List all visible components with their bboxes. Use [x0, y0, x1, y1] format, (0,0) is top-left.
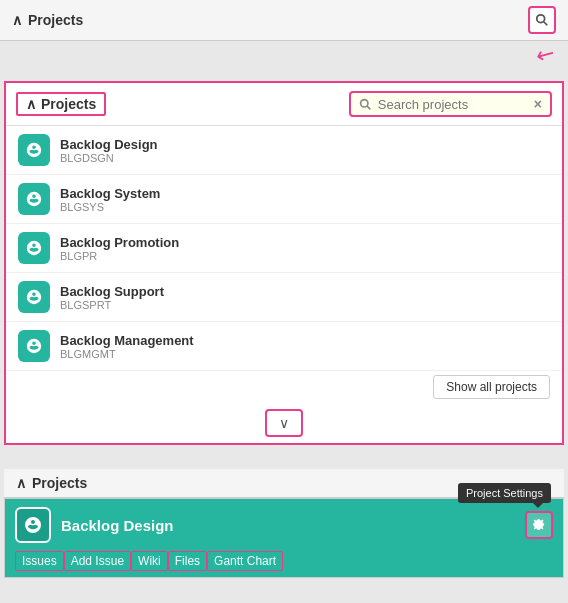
- bottom-bar-title: ∧ Projects: [16, 475, 87, 491]
- bottom-panel: Backlog Design Project Settings Issues A…: [4, 498, 564, 578]
- svg-line-3: [367, 106, 370, 109]
- panel-title-text: Projects: [41, 96, 96, 112]
- pink-arrow-icon: ↙: [531, 38, 560, 70]
- nav-item-issues[interactable]: Issues: [15, 551, 64, 571]
- nav-item-wiki[interactable]: Wiki: [131, 551, 168, 571]
- top-bar-title: ∧ Projects: [12, 12, 83, 28]
- sub-nav: Issues Add Issue Wiki Files Gantt Chart: [5, 551, 563, 577]
- project-header-row: Backlog Design Project Settings: [5, 499, 563, 551]
- clear-search-button[interactable]: ×: [534, 96, 542, 112]
- top-bar-title-text: Projects: [28, 12, 83, 28]
- project-icon: [18, 330, 50, 362]
- chevron-up-icon-panel: ∧: [26, 96, 36, 112]
- svg-line-1: [544, 22, 548, 26]
- project-key: BLGDSGN: [60, 152, 158, 164]
- project-info: Backlog Support BLGSPRT: [60, 284, 164, 311]
- project-name: Backlog Design: [60, 137, 158, 152]
- project-header-name: Backlog Design: [61, 517, 515, 534]
- project-key: BLGSPRT: [60, 299, 164, 311]
- project-icon: [18, 134, 50, 166]
- project-name: Backlog Management: [60, 333, 194, 348]
- expand-row: ∨: [6, 405, 562, 443]
- search-toggle-button[interactable]: [528, 6, 556, 34]
- projects-panel: ∧ Projects × Backlog Design BLGDSGN: [4, 81, 564, 445]
- search-box: ×: [349, 91, 552, 117]
- project-settings-button[interactable]: [525, 511, 553, 539]
- bottom-bar-title-text: Projects: [32, 475, 87, 491]
- arrow-annotation: ↙: [0, 41, 568, 81]
- list-item[interactable]: Backlog System BLGSYS: [6, 175, 562, 224]
- list-item[interactable]: Backlog Support BLGSPRT: [6, 273, 562, 322]
- svg-point-2: [360, 99, 367, 106]
- bottom-section: ∧ Projects Backlog Design Project Settin…: [0, 469, 568, 590]
- nav-item-gantt-chart[interactable]: Gantt Chart: [207, 551, 283, 571]
- search-icon: [359, 98, 372, 111]
- project-name: Backlog System: [60, 186, 160, 201]
- svg-point-0: [537, 15, 545, 23]
- project-header-icon: [15, 507, 51, 543]
- bottom-top-bar: ∧ Projects: [4, 469, 564, 498]
- show-all-row: Show all projects: [6, 371, 562, 405]
- chevron-up-icon: ∧: [12, 12, 22, 28]
- list-item[interactable]: Backlog Management BLGMGMT: [6, 322, 562, 371]
- project-info: Backlog System BLGSYS: [60, 186, 160, 213]
- project-name: Backlog Support: [60, 284, 164, 299]
- spacer: [0, 445, 568, 469]
- nav-item-add-issue[interactable]: Add Issue: [64, 551, 131, 571]
- project-key: BLGPR: [60, 250, 179, 262]
- nav-item-files[interactable]: Files: [168, 551, 207, 571]
- list-item[interactable]: Backlog Design BLGDSGN: [6, 126, 562, 175]
- panel-title: ∧ Projects: [16, 92, 106, 116]
- project-list: Backlog Design BLGDSGN Backlog System BL…: [6, 126, 562, 371]
- project-key: BLGSYS: [60, 201, 160, 213]
- project-key: BLGMGMT: [60, 348, 194, 360]
- top-bar: ∧ Projects: [0, 0, 568, 41]
- project-info: Backlog Management BLGMGMT: [60, 333, 194, 360]
- panel-header: ∧ Projects ×: [6, 83, 562, 126]
- show-all-projects-button[interactable]: Show all projects: [433, 375, 550, 399]
- chevron-up-icon-bottom: ∧: [16, 475, 26, 491]
- list-item[interactable]: Backlog Promotion BLGPR: [6, 224, 562, 273]
- project-icon: [18, 183, 50, 215]
- project-info: Backlog Promotion BLGPR: [60, 235, 179, 262]
- project-icon: [18, 232, 50, 264]
- project-name: Backlog Promotion: [60, 235, 179, 250]
- project-icon: [18, 281, 50, 313]
- expand-button[interactable]: ∨: [265, 409, 303, 437]
- search-input[interactable]: [378, 97, 528, 112]
- project-info: Backlog Design BLGDSGN: [60, 137, 158, 164]
